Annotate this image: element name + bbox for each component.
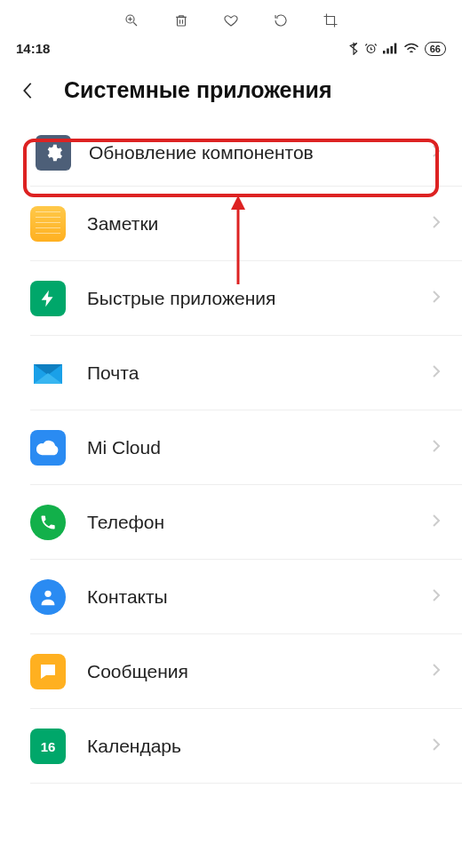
chevron-right-icon [432,144,441,162]
rotate-icon[interactable] [273,12,289,28]
app-label: Обновление компонентов [89,142,432,163]
app-label: Календарь [87,736,432,757]
bluetooth-icon [348,42,359,55]
editor-toolbar [0,0,462,36]
calendar-icon: 16 [30,729,66,764]
chat-icon [30,654,66,689]
app-row-mi-cloud[interactable]: Mi Cloud [0,410,462,485]
chevron-right-icon [432,514,441,531]
chevron-right-icon [432,737,441,755]
crop-icon[interactable] [323,12,339,28]
app-label: Заметки [87,213,432,235]
app-row-calendar[interactable]: 16 Календарь [0,709,462,784]
signal-icon [383,43,398,54]
status-icons: 66 [348,42,446,56]
mail-icon [30,355,66,391]
app-row-quick-apps[interactable]: Быстрые приложения [0,261,462,336]
svg-rect-4 [178,17,186,26]
svg-point-16 [44,591,51,597]
trash-icon[interactable] [173,12,189,28]
chevron-right-icon [432,364,441,382]
app-list: Обновление компонентов Заметки Быстрые п… [0,119,462,784]
app-label: Почта [87,362,432,384]
status-time: 14:18 [16,41,50,56]
lightning-icon [30,281,66,316]
alarm-icon [364,42,378,55]
app-row-messages[interactable]: Сообщения [0,634,462,709]
page-header: Системные приложения [0,60,462,119]
calendar-date: 16 [41,739,56,754]
zoom-in-icon[interactable] [123,12,139,28]
battery-level: 66 [425,42,446,56]
app-row-notes[interactable]: Заметки [0,187,462,261]
svg-rect-12 [394,44,397,54]
app-label: Телефон [87,512,432,533]
chevron-right-icon [432,290,441,307]
svg-rect-9 [383,51,386,53]
app-label: Mi Cloud [87,437,432,458]
app-label: Контакты [87,586,432,608]
gear-icon [36,135,71,171]
app-label: Быстрые приложения [87,288,432,309]
cloud-icon [30,430,66,466]
svg-rect-10 [386,49,389,54]
phone-icon [30,505,66,540]
back-button[interactable] [16,79,39,102]
app-label: Сообщения [87,661,432,682]
wifi-icon [403,43,419,55]
app-row-mail[interactable]: Почта [0,336,462,410]
svg-rect-11 [390,46,393,54]
status-bar: 14:18 66 [0,36,462,60]
chevron-right-icon [432,588,441,606]
person-icon [30,579,66,615]
notes-icon [30,206,66,242]
heart-icon[interactable] [223,12,239,28]
app-row-contacts[interactable]: Контакты [0,560,462,634]
page-title: Системные приложения [64,77,332,103]
app-row-component-update[interactable]: Обновление компонентов [0,119,462,187]
chevron-right-icon [432,439,441,457]
chevron-right-icon [432,215,441,233]
chevron-right-icon [432,663,441,681]
app-row-phone[interactable]: Телефон [0,485,462,560]
svg-line-1 [133,22,137,26]
